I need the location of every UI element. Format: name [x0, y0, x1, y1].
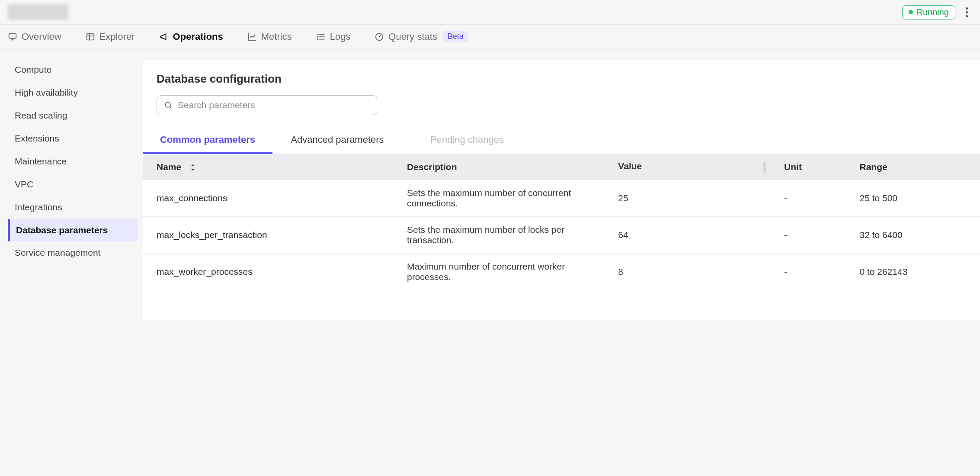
sidebar-item-maintenance[interactable]: Maintenance — [8, 150, 138, 173]
sidebar-item-label: Extensions — [15, 133, 59, 143]
gauge-icon — [375, 32, 384, 42]
sidebar-item-read-scaling[interactable]: Read scaling — [8, 104, 138, 127]
sidebar-item-service-management[interactable]: Service management — [8, 241, 138, 264]
sidebar-item-integrations[interactable]: Integrations — [8, 196, 138, 219]
search-icon — [164, 101, 173, 109]
megaphone-icon — [159, 32, 169, 42]
sort-icon[interactable] — [190, 164, 196, 171]
sidebar-item-vpc[interactable]: VPC — [8, 173, 138, 196]
monitor-icon — [8, 32, 17, 42]
column-header-name[interactable]: Name — [143, 154, 399, 180]
svg-rect-1 — [86, 33, 94, 40]
nav-tab-label: Explorer — [99, 31, 135, 42]
subtab-label: Pending changes — [430, 134, 504, 145]
column-header-description[interactable]: Description — [399, 154, 610, 180]
cell-name: max_worker_processes — [143, 254, 399, 290]
nav-tab-operations[interactable]: Operations — [159, 31, 223, 42]
sidebar-item-label: High availability — [15, 87, 78, 97]
more-menu-button[interactable] — [963, 5, 970, 20]
svg-point-4 — [317, 39, 318, 39]
cell-range: 32 to 6400 — [852, 217, 980, 254]
sidebar-item-label: VPC — [15, 179, 33, 189]
column-label: Unit — [784, 162, 802, 172]
sidebar-item-compute[interactable]: Compute — [8, 58, 138, 81]
cell-value: 25 — [610, 180, 776, 217]
config-panel: Database configuration Common parameters… — [143, 60, 980, 320]
svg-point-6 — [165, 102, 170, 107]
sidebar-item-label: Read scaling — [15, 110, 67, 120]
subtab-common-parameters[interactable]: Common parameters — [143, 127, 272, 154]
nav-tab-query-stats[interactable]: Query stats Beta — [375, 31, 468, 42]
svg-point-2 — [317, 34, 318, 35]
cell-value: 8 — [610, 254, 776, 290]
cell-desc: Maximum number of concurrent worker proc… — [399, 254, 610, 290]
sidebar: Compute High availability Read scaling E… — [0, 49, 143, 320]
beta-badge: Beta — [443, 31, 468, 42]
cell-unit: - — [776, 254, 852, 290]
column-resize-handle[interactable] — [763, 161, 766, 173]
nav-tab-label: Logs — [330, 31, 351, 42]
column-header-range[interactable]: Range — [852, 154, 980, 180]
sidebar-item-label: Service management — [15, 248, 100, 257]
table-header-row: Name Description Value — [143, 154, 980, 180]
panel-title: Database configuration — [143, 72, 980, 95]
cell-value: 64 — [610, 217, 776, 254]
nav-tab-label: Query stats — [388, 31, 437, 42]
sidebar-item-label: Compute — [15, 64, 51, 74]
cell-name: max_locks_per_transaction — [143, 217, 399, 254]
parameters-table: Name Description Value — [143, 154, 980, 290]
column-header-unit[interactable]: Unit — [776, 154, 852, 180]
sidebar-item-label: Maintenance — [15, 156, 67, 166]
top-bar: Running — [0, 0, 980, 25]
subtab-label: Common parameters — [160, 134, 255, 145]
nav-tab-metrics[interactable]: Metrics — [247, 31, 292, 42]
cell-desc: Sets the maximum number of concurrent co… — [399, 180, 610, 217]
sidebar-item-label: Database parameters — [16, 225, 108, 235]
list-icon — [316, 32, 326, 42]
line-chart-icon — [247, 32, 257, 42]
sidebar-item-database-parameters[interactable]: Database parameters — [8, 219, 138, 241]
cell-name: max_connections — [143, 180, 399, 217]
column-label: Value — [618, 161, 642, 171]
main-nav: Overview Explorer Operations Metrics Log… — [0, 25, 980, 49]
nav-tab-logs[interactable]: Logs — [316, 31, 351, 42]
table-row[interactable]: max_locks_per_transaction Sets the maxim… — [143, 217, 980, 254]
status-badge: Running — [902, 5, 955, 19]
sidebar-item-high-availability[interactable]: High availability — [8, 81, 138, 104]
cell-range: 0 to 262143 — [852, 254, 980, 290]
svg-rect-0 — [9, 33, 16, 38]
logo — [8, 4, 68, 20]
table-row[interactable]: max_connections Sets the maximum number … — [143, 180, 980, 217]
table-icon — [86, 32, 95, 42]
cell-range: 25 to 500 — [852, 180, 980, 217]
sidebar-item-label: Integrations — [15, 202, 62, 212]
table-row[interactable]: max_worker_processes Maximum number of c… — [143, 254, 980, 290]
search-input[interactable] — [178, 100, 370, 110]
svg-point-3 — [317, 36, 318, 37]
status-dot-icon — [909, 10, 913, 14]
column-label: Range — [859, 162, 887, 172]
cell-unit: - — [776, 180, 852, 217]
cell-desc: Sets the maximum number of locks per tra… — [399, 217, 610, 254]
subtab-pending-changes: Pending changes — [402, 127, 532, 154]
column-header-value[interactable]: Value — [610, 154, 776, 180]
subtab-label: Advanced parameters — [291, 134, 384, 145]
nav-tab-label: Overview — [22, 31, 61, 42]
status-label: Running — [916, 7, 949, 17]
sub-tabs: Common parameters Advanced parameters Pe… — [143, 127, 980, 154]
column-label: Name — [157, 162, 181, 172]
column-label: Description — [407, 162, 457, 172]
nav-tab-explorer[interactable]: Explorer — [86, 31, 135, 42]
nav-tab-label: Metrics — [261, 31, 292, 42]
nav-tab-overview[interactable]: Overview — [8, 31, 61, 42]
sidebar-item-extensions[interactable]: Extensions — [8, 127, 138, 150]
search-box[interactable] — [157, 95, 377, 115]
nav-tab-label: Operations — [173, 31, 223, 42]
cell-unit: - — [776, 217, 852, 254]
subtab-advanced-parameters[interactable]: Advanced parameters — [272, 127, 402, 154]
